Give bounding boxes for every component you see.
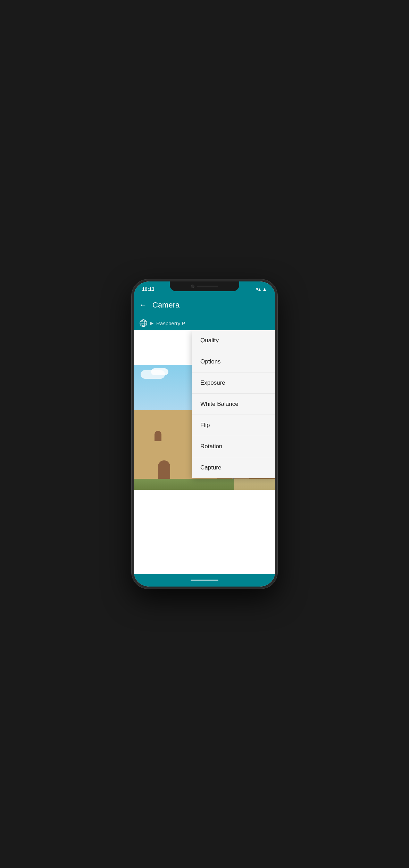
front-camera [191,285,194,288]
phone-frame: 10:13 ▾▴ ▲ ← Camera ▶ Raspberry P [132,279,277,589]
side-button [276,344,277,365]
signal-icon: ▲ [262,286,267,292]
app-bar: ← Camera [134,294,275,316]
back-button[interactable]: ← [139,301,147,310]
breadcrumb-text: Raspberry P [156,320,185,326]
nav-bar [134,574,275,587]
menu-item-rotation[interactable]: Rotation [192,436,275,457]
status-time: 10:13 [142,286,155,292]
arch-door [158,460,170,480]
screen: 10:13 ▾▴ ▲ ← Camera ▶ Raspberry P [134,281,275,587]
side-accent [276,341,277,345]
menu-item-capture[interactable]: Capture [192,457,275,478]
raspberry-icon [139,319,148,327]
menu-item-exposure[interactable]: Exposure [192,372,275,394]
menu-item-quality[interactable]: Quality [192,330,275,351]
window-1 [155,431,161,441]
menu-item-flip[interactable]: Flip [192,415,275,436]
path [234,479,275,490]
home-indicator[interactable] [191,580,218,581]
status-icons: ▾▴ ▲ [256,286,267,292]
cloud-2 [151,368,168,375]
menu-item-white-balance[interactable]: White Balance [192,394,275,415]
breadcrumb-bar: ▶ Raspberry P [134,316,275,330]
notch [170,281,239,291]
breadcrumb-arrow-icon: ▶ [150,321,153,326]
app-title: Camera [152,301,270,310]
dropdown-menu: Quality Options Exposure White Balance F… [192,330,275,478]
speaker [197,286,218,287]
wifi-icon: ▾▴ [256,286,261,292]
menu-item-options[interactable]: Options [192,351,275,372]
content-area: ✛ Quality Options Exposure [134,330,275,574]
